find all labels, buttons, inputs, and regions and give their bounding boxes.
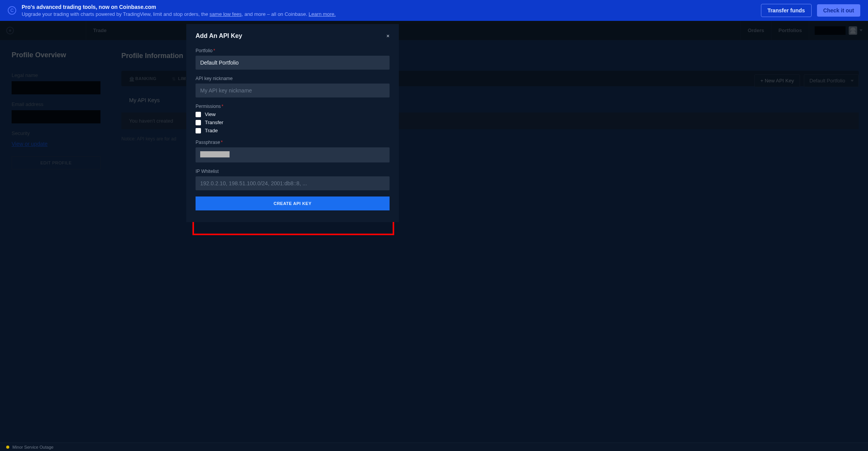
perm-transfer-label[interactable]: Transfer xyxy=(205,120,223,125)
promo-banner: Pro's advanced trading tools, now on Coi… xyxy=(0,0,868,21)
check-it-out-button[interactable]: Check it out xyxy=(817,4,860,17)
perm-transfer-row[interactable]: Transfer xyxy=(196,120,390,125)
perm-view-row[interactable]: View xyxy=(196,111,390,117)
status-bar: Minor Service Outage xyxy=(0,442,868,451)
perm-trade-row[interactable]: Trade xyxy=(196,128,390,133)
ip-whitelist-label: IP Whitelist xyxy=(196,169,390,174)
banner-text: Pro's advanced trading tools, now on Coi… xyxy=(22,4,756,17)
banner-logo-icon xyxy=(8,6,16,15)
perm-trade-label[interactable]: Trade xyxy=(205,128,218,133)
passphrase-redacted xyxy=(200,151,230,157)
banner-subtitle: Upgrade your trading with charts powered… xyxy=(22,11,756,17)
passphrase-label: Passphrase* xyxy=(196,140,390,145)
portfolio-field-label: Portfolio* xyxy=(196,48,390,53)
banner-link-fees[interactable]: same low fees xyxy=(209,11,242,17)
perm-view-label[interactable]: View xyxy=(205,111,216,117)
create-api-key-button[interactable]: CREATE API KEY xyxy=(196,196,390,210)
banner-title: Pro's advanced trading tools, now on Coi… xyxy=(22,4,756,10)
portfolio-field[interactable]: Default Portfolio xyxy=(196,56,390,70)
passphrase-input[interactable] xyxy=(196,147,390,162)
perm-view-checkbox[interactable] xyxy=(196,112,201,117)
modal-title: Add An API Key xyxy=(196,32,242,39)
status-text: Minor Service Outage xyxy=(12,445,53,449)
status-dot-icon xyxy=(6,446,9,449)
nickname-input[interactable] xyxy=(196,84,390,97)
permissions-label: Permissions* xyxy=(196,104,390,109)
modal-close-button[interactable]: × xyxy=(386,33,390,39)
perm-transfer-checkbox[interactable] xyxy=(196,120,201,125)
perm-trade-checkbox[interactable] xyxy=(196,128,201,133)
add-api-key-modal: Add An API Key × Portfolio* Default Port… xyxy=(186,24,399,222)
ip-whitelist-input[interactable] xyxy=(196,176,390,190)
transfer-funds-button[interactable]: Transfer funds xyxy=(761,4,812,17)
nickname-field-label: API key nickname xyxy=(196,76,390,81)
modal-overlay[interactable] xyxy=(0,24,868,451)
banner-link-learn[interactable]: Learn more. xyxy=(309,11,336,17)
